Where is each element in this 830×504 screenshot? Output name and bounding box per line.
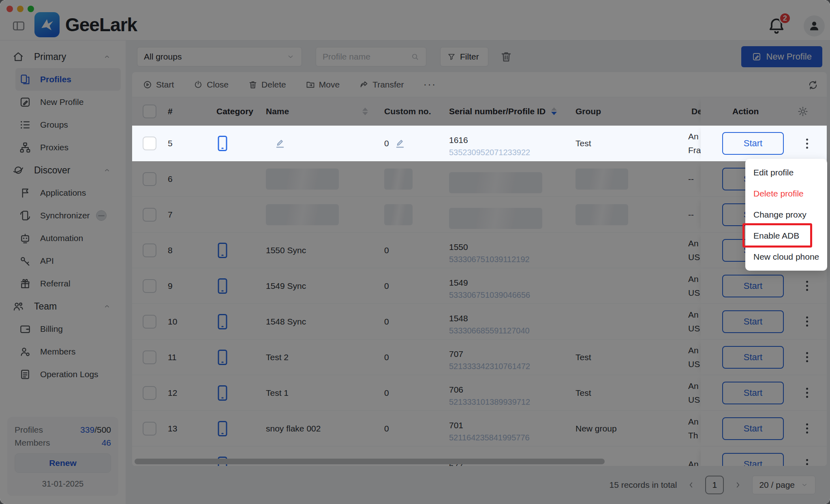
profile-id: 535230952071233922	[449, 146, 569, 158]
cell-name	[259, 137, 374, 149]
custom-no-value: 0	[384, 139, 389, 148]
cell-custom-no: 0	[374, 137, 443, 149]
cell-group: Test	[569, 139, 683, 148]
cell-serial: 1616535230952071233922	[443, 128, 569, 158]
cell-device-clipped: AnFra	[683, 130, 701, 157]
edit-name-icon[interactable]	[274, 137, 286, 149]
cell-index: 5	[161, 139, 200, 148]
menu-item-change-proxy[interactable]: Change proxy	[745, 204, 827, 225]
app-window: GeeLark 2 PrimaryProfilesNew ProfileGrou…	[0, 0, 830, 504]
menu-item-new-cloud-phone[interactable]: New cloud phone	[745, 246, 827, 267]
row-context-menu: Edit profileDelete profileChange proxyEn…	[745, 159, 827, 271]
serial-number: 1616	[449, 134, 569, 146]
row-menu-kebab-icon[interactable]	[805, 135, 809, 152]
dim-overlay	[0, 0, 830, 504]
cloud-phone-icon	[216, 135, 229, 152]
cell-category	[200, 135, 259, 152]
menu-item-enable-adb[interactable]: Enable ADB	[745, 225, 827, 246]
device-line-2: Fra	[688, 143, 701, 157]
edit-custom-no-icon[interactable]	[394, 137, 406, 149]
menu-item-edit-profile[interactable]: Edit profile	[745, 162, 827, 183]
cell-action: Start	[701, 126, 827, 161]
row-checkbox[interactable]	[143, 137, 156, 150]
device-line-1: An	[688, 130, 701, 143]
start-button[interactable]: Start	[722, 132, 784, 155]
cell-select	[132, 137, 161, 150]
table-row: 501616535230952071233922TestAnFraStart	[132, 126, 827, 161]
menu-item-delete-profile[interactable]: Delete profile	[745, 183, 827, 204]
